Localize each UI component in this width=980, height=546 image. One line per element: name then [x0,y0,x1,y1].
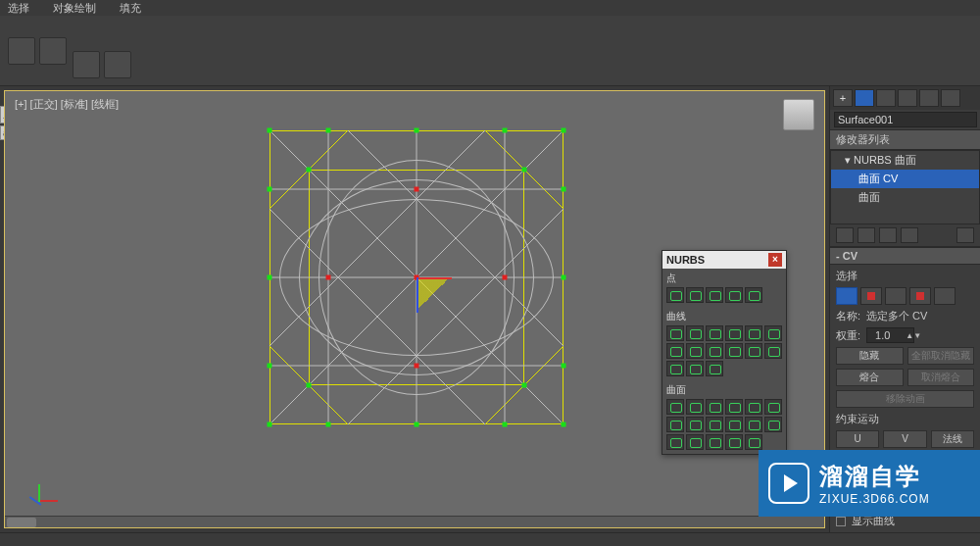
btn-constrain-normal[interactable]: 法线 [931,430,974,448]
weight-label: 权重: [836,328,860,343]
stack-root[interactable]: ▾ NURBS 曲面 [831,151,979,170]
selection-mode-icons [836,287,974,305]
cv-icon-10[interactable] [725,343,743,359]
sel-col-cv-icon[interactable] [885,287,906,305]
btn-constrain-v[interactable]: V [883,430,926,448]
stack-tool-show[interactable] [858,227,875,243]
btn-unblend[interactable]: 取消熔合 [907,369,975,386]
stack-tools [830,224,980,247]
sf-icon-3[interactable] [706,399,723,415]
menu-object-draw[interactable]: 对象绘制 [53,1,96,16]
watermark-url: ZIXUE.3D66.COM [819,492,930,506]
btn-hide[interactable]: 隐藏 [836,347,904,365]
cv-icon-14[interactable] [686,361,704,376]
cv-icon-4[interactable] [725,325,743,341]
sf-icon-12[interactable] [764,417,782,432]
shelf-btn-2[interactable] [39,37,67,65]
btn-constrain-u[interactable]: U [836,430,879,448]
sel-row-cv-icon[interactable] [860,287,882,305]
toolbar-shelf [0,16,980,86]
cv-icon-3[interactable] [706,325,723,341]
btn-remove-animation[interactable]: 移除动画 [836,390,974,408]
modifier-list-dropdown[interactable]: 修改器列表 [830,129,980,150]
tab-create[interactable]: + [833,89,853,107]
play-icon [768,463,809,504]
sf-icon-11[interactable] [745,417,762,432]
sf-icon-7[interactable] [666,417,684,432]
sf-icon-15[interactable] [706,434,723,450]
pt-icon-3[interactable] [706,287,723,303]
watermark-brand: 溜溜自学 [819,461,930,492]
shelf-btn-3[interactable] [73,51,100,78]
name-value: 选定多个 CV [866,309,927,323]
pt-icon-1[interactable] [666,287,684,303]
menu-select[interactable]: 选择 [8,1,29,16]
rollout-cv-header[interactable]: - CV [830,247,980,265]
sf-icon-6[interactable] [764,399,782,415]
weight-spinner[interactable]: 1.0▲▼ [866,327,914,343]
stack-tool-unique[interactable] [879,227,897,243]
cv-icon-11[interactable] [745,343,762,359]
nurbs-point-icons [662,285,786,307]
show-curve-checkbox[interactable] [836,517,846,526]
nurbs-close-button[interactable]: × [768,253,782,267]
stack-tool-remove[interactable] [901,227,918,243]
cv-icon-1[interactable] [666,325,684,341]
stack-tool-pin[interactable] [836,227,854,243]
nurbs-curve-icons [662,323,786,380]
stack-sub-surface-cv[interactable]: 曲面 CV [831,170,979,188]
viewport-scrollbar[interactable] [5,516,824,527]
sf-icon-1[interactable] [666,399,684,415]
sf-icon-2[interactable] [686,399,704,415]
stack-sub-surface[interactable]: 曲面 [831,188,979,207]
viewport-label[interactable]: [+] [正交] [标准] [线框] [15,97,119,112]
sf-icon-10[interactable] [725,417,743,432]
menu-fill[interactable]: 填充 [120,1,141,16]
select-label: 选择 [836,269,974,283]
watermark: 溜溜自学 ZIXUE.3D66.COM [759,450,980,517]
tab-display[interactable] [919,89,939,107]
cv-icon-5[interactable] [745,325,762,341]
cv-icon-13[interactable] [666,361,684,376]
sf-icon-8[interactable] [686,417,704,432]
pt-icon-4[interactable] [725,287,743,303]
nurbs-section-point: 点 [662,269,786,285]
stack-tool-config[interactable] [956,227,974,243]
shelf-btn-4[interactable] [104,51,131,78]
cv-icon-9[interactable] [706,343,723,359]
nurbs-toolbox[interactable]: NURBS × 点 曲线 曲面 [662,250,787,455]
scrollbar-thumb[interactable] [7,518,36,527]
sf-icon-9[interactable] [706,417,723,432]
modifier-stack[interactable]: ▾ NURBS 曲面 曲面 CV 曲面 [830,150,980,224]
sf-icon-5[interactable] [745,399,762,415]
nurbs-titlebar[interactable]: NURBS × [662,251,786,269]
sf-icon-16[interactable] [725,434,743,450]
pt-icon-5[interactable] [745,287,762,303]
sel-extra-cv-icon[interactable] [934,287,956,305]
move-gizmo[interactable] [387,248,446,307]
cv-icon-8[interactable] [686,343,704,359]
btn-unhide-all[interactable]: 全部取消隐藏 [907,347,975,365]
nurbs-section-surface: 曲面 [662,380,786,397]
cv-icon-2[interactable] [686,325,704,341]
btn-blend[interactable]: 熔合 [836,369,904,386]
cv-icon-7[interactable] [666,343,684,359]
sf-icon-4[interactable] [725,399,743,415]
viewcube[interactable] [783,99,814,130]
sf-icon-13[interactable] [666,434,684,450]
tab-utilities[interactable] [941,89,960,107]
object-name-field[interactable] [834,112,977,127]
sf-icon-14[interactable] [686,434,704,450]
cv-icon-12[interactable] [764,343,782,359]
tab-motion[interactable] [898,89,917,107]
shelf-btn-1[interactable] [8,37,35,65]
pt-icon-2[interactable] [686,287,704,303]
cv-icon-6[interactable] [764,325,782,341]
sel-all-cv-icon[interactable] [909,287,931,305]
tab-hierarchy[interactable] [876,89,896,107]
sel-single-cv-icon[interactable] [836,287,858,305]
sf-icon-17[interactable] [745,434,762,450]
nurbs-title: NURBS [666,254,705,266]
tab-modify[interactable] [855,89,874,107]
cv-icon-15[interactable] [706,361,723,376]
